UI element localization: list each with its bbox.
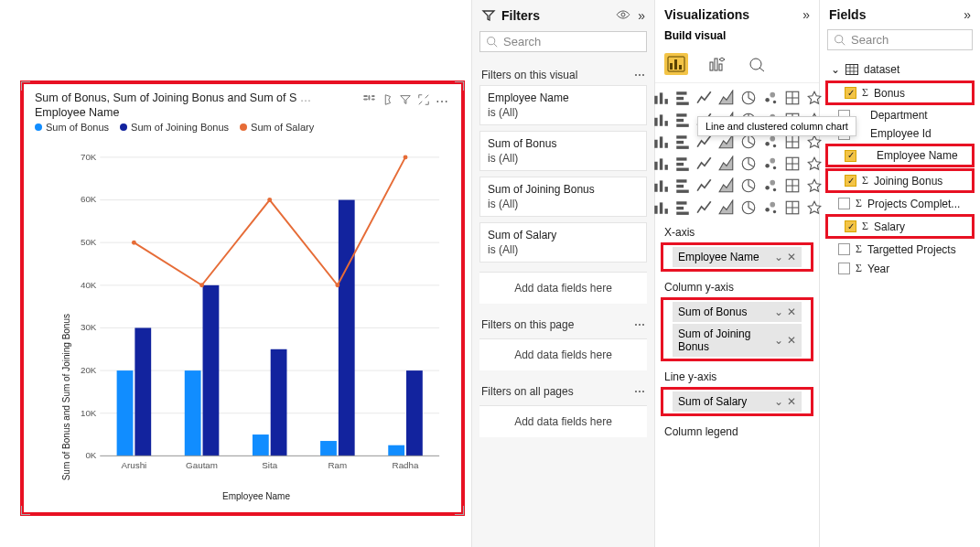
field-checkbox[interactable] <box>845 87 856 99</box>
field-checkbox[interactable] <box>838 263 850 274</box>
chevron-down-icon[interactable]: ⌄ <box>774 306 783 318</box>
table-dataset[interactable]: ⌄ dataset <box>822 59 978 80</box>
more-icon[interactable]: ⋯ <box>634 385 645 398</box>
resize-handle-bl[interactable] <box>21 506 30 515</box>
viz-type-icon[interactable] <box>652 89 670 107</box>
viz-type-icon[interactable] <box>717 177 736 195</box>
chevron-down-icon[interactable]: ⌄ <box>774 251 783 263</box>
more-icon[interactable]: ⋯ <box>634 318 645 331</box>
more-options-icon[interactable]: ⋯ <box>436 94 448 109</box>
filter-card[interactable]: Employee Nameis (All) <box>479 85 647 125</box>
viz-type-icon[interactable] <box>673 198 692 217</box>
filter-card[interactable]: Sum of Joining Bonusis (All) <box>479 177 647 217</box>
viz-type-icon[interactable] <box>761 198 780 217</box>
field-pill-sum-salary[interactable]: Sum of Salary ⌄✕ <box>673 391 802 412</box>
add-all-filter-placeholder[interactable]: Add data fields here <box>479 405 647 437</box>
filter-card[interactable]: Sum of Salaryis (All) <box>479 222 647 263</box>
drill-hierarchy-icon[interactable] <box>362 93 375 110</box>
filters-on-visual-header[interactable]: Filters on this visual ⋯ <box>472 61 654 85</box>
filters-on-all-header[interactable]: Filters on all pages ⋯ <box>472 378 654 402</box>
build-tab-fields[interactable] <box>664 53 688 75</box>
viz-type-icon[interactable] <box>652 133 670 151</box>
viz-type-icon[interactable] <box>652 198 670 217</box>
remove-icon[interactable]: ✕ <box>787 395 796 408</box>
viz-type-icon[interactable] <box>739 89 758 107</box>
field-checkbox[interactable] <box>838 243 850 255</box>
viz-type-icon[interactable] <box>739 198 758 217</box>
field-item[interactable]: ΣSalary <box>828 217 972 236</box>
chevron-down-icon[interactable]: ⌄ <box>774 395 783 408</box>
collapse-pane-icon[interactable]: » <box>964 7 971 22</box>
filters-on-page-header[interactable]: Filters on this page ⋯ <box>472 311 654 335</box>
more-icon[interactable]: ⋯ <box>634 69 645 81</box>
viz-type-icon[interactable] <box>805 177 824 195</box>
viz-type-icon[interactable] <box>761 89 780 107</box>
remove-icon[interactable]: ✕ <box>787 334 796 347</box>
field-item[interactable]: ΣYear <box>822 259 978 278</box>
report-canvas[interactable]: Sum of Bonus, Sum of Joining Bonus and S… <box>0 0 471 547</box>
viz-type-icon[interactable] <box>695 198 714 217</box>
viz-type-icon[interactable] <box>761 155 780 173</box>
chevron-down-icon[interactable]: ⌄ <box>774 334 783 347</box>
filter-icon[interactable] <box>399 93 412 110</box>
field-item[interactable]: ΣProjects Complet... <box>822 194 978 213</box>
filters-search-input[interactable]: Search <box>479 31 647 52</box>
viz-type-icon[interactable] <box>717 198 736 217</box>
remove-icon[interactable]: ✕ <box>787 306 796 318</box>
build-tab-format[interactable] <box>705 53 728 75</box>
remove-icon[interactable]: ✕ <box>787 251 796 263</box>
viz-type-icon[interactable] <box>695 89 714 107</box>
field-item[interactable]: ΣTargetted Projects <box>822 240 978 259</box>
viz-type-icon[interactable] <box>652 155 670 173</box>
collapse-pane-icon[interactable]: » <box>638 8 645 23</box>
add-page-filter-placeholder[interactable]: Add data fields here <box>479 338 647 370</box>
viz-type-icon[interactable] <box>673 177 692 195</box>
viz-type-icon[interactable] <box>673 133 692 151</box>
field-checkbox[interactable] <box>845 175 856 187</box>
add-visual-filter-placeholder[interactable]: Add data fields here <box>479 272 647 304</box>
preview-icon[interactable] <box>616 7 630 24</box>
field-item[interactable]: Employee Name <box>828 146 972 165</box>
expand-icon[interactable]: ⌄ <box>831 63 840 76</box>
viz-type-icon[interactable] <box>652 111 670 129</box>
focus-mode-icon[interactable] <box>417 93 430 110</box>
field-pill-employee-name[interactable]: Employee Name ⌄✕ <box>673 247 802 267</box>
field-item[interactable]: ΣJoining Bonus <box>828 171 972 190</box>
pin-icon[interactable] <box>381 93 393 110</box>
viz-type-icon[interactable] <box>739 177 758 195</box>
viz-type-icon[interactable] <box>652 177 670 195</box>
field-pill-sum-joining-bonus[interactable]: Sum of Joining Bonus ⌄✕ <box>673 324 802 357</box>
viz-type-icon[interactable] <box>783 89 802 107</box>
resize-handle-br[interactable] <box>455 506 464 515</box>
collapse-pane-icon[interactable]: » <box>802 7 810 22</box>
viz-type-icon[interactable] <box>805 198 824 217</box>
legend-item-bonus[interactable]: Sum of Bonus <box>35 122 109 133</box>
field-checkbox[interactable] <box>845 220 856 232</box>
viz-type-icon[interactable] <box>717 89 736 107</box>
viz-type-icon[interactable] <box>673 89 692 107</box>
field-item[interactable]: ΣBonus <box>828 83 972 102</box>
viz-type-icon[interactable] <box>717 155 736 173</box>
viz-type-icon[interactable] <box>695 155 714 173</box>
build-tab-analytics[interactable] <box>745 53 769 75</box>
filter-card[interactable]: Sum of Bonusis (All) <box>479 131 647 171</box>
chart-visual-selected[interactable]: Sum of Bonus, Sum of Joining Bonus and S… <box>20 80 465 516</box>
resize-handle-tr[interactable] <box>455 81 464 91</box>
viz-type-icon[interactable] <box>739 155 758 173</box>
fields-search-input[interactable]: Search <box>827 29 973 50</box>
viz-type-icon[interactable] <box>805 89 824 107</box>
viz-type-icon[interactable] <box>673 155 692 173</box>
viz-type-icon[interactable] <box>673 111 692 129</box>
field-name: Bonus <box>874 87 970 100</box>
viz-type-icon[interactable] <box>783 177 802 195</box>
viz-type-icon[interactable] <box>695 177 714 195</box>
viz-type-icon[interactable] <box>783 198 802 217</box>
legend-item-joining-bonus[interactable]: Sum of Joining Bonus <box>120 122 229 133</box>
legend-item-salary[interactable]: Sum of Salary <box>240 122 314 133</box>
viz-type-icon[interactable] <box>761 177 780 195</box>
field-checkbox[interactable] <box>838 198 850 209</box>
viz-type-icon[interactable] <box>783 155 802 173</box>
field-pill-sum-bonus[interactable]: Sum of Bonus ⌄✕ <box>673 302 802 322</box>
field-checkbox[interactable] <box>845 150 856 162</box>
viz-type-icon[interactable] <box>805 155 824 173</box>
